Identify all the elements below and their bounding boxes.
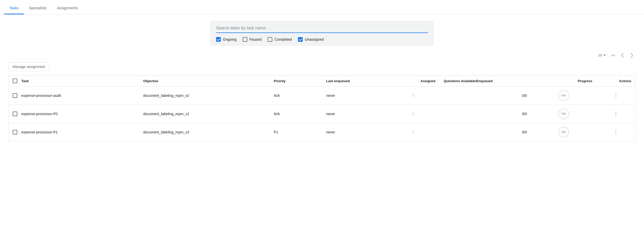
table-header-row: Task Objective Priority Last enqueued As… <box>9 75 636 87</box>
cell-task-1: expense-processor-P0 <box>9 105 139 123</box>
filter-unassigned-label: Unassigned <box>305 37 324 41</box>
task-name-2: expense-processor-P1 <box>21 130 58 134</box>
tabs-bar: Tasks Specialists Assignments <box>0 0 644 14</box>
filter-completed[interactable]: Completed <box>268 37 292 42</box>
per-page-value: 20 <box>598 53 602 57</box>
tab-specialists[interactable]: Specialists <box>24 2 52 14</box>
cell-questions-2: 0/0 <box>440 123 531 141</box>
first-page-button[interactable]: ⏮ <box>609 51 617 59</box>
cell-task-2: expense-processor-P1 <box>9 123 139 141</box>
filter-completed-label: Completed <box>274 37 292 41</box>
row-actions-button-2[interactable]: ⋮ <box>612 128 620 136</box>
cell-actions-1: ⋮ <box>596 105 635 123</box>
table-row: expense-processor-P1 document_labeling_m… <box>9 123 636 141</box>
progress-value-0: 0% <box>562 94 566 97</box>
assigned-value-1: 0 <box>412 112 414 116</box>
prev-page-icon: ❮ <box>621 52 624 58</box>
checkbox-paused[interactable] <box>243 37 247 42</box>
cell-questions-0: 0/0 <box>440 87 531 105</box>
pagination-controls: ⏮ ❮ ❯ <box>609 51 636 59</box>
cell-objective-1: document_labeling_mpm_v2 <box>139 105 270 123</box>
filter-paused-label: Paused <box>249 37 261 41</box>
cell-enqueued-0: never <box>322 87 387 105</box>
table-row: expense-processor-audit document_labelin… <box>9 87 636 105</box>
cell-progress-2: 0% <box>531 123 597 141</box>
cell-assigned-2: 0 <box>387 123 440 141</box>
table-row: expense-processor-P0 document_labeling_m… <box>9 105 636 123</box>
th-priority: Priority <box>270 75 322 87</box>
prev-page-button[interactable]: ❮ <box>618 51 626 59</box>
cell-enqueued-2: never <box>322 123 387 141</box>
progress-circle-1: 0% <box>558 108 569 119</box>
cell-objective-0: document_labeling_mpm_v2 <box>139 87 270 105</box>
cell-priority-0: N/A <box>270 87 322 105</box>
tab-assignments[interactable]: Assignments <box>52 2 83 14</box>
th-actions: Actions <box>596 75 635 87</box>
search-input[interactable] <box>216 25 428 33</box>
cell-actions-0: ⋮ <box>596 87 635 105</box>
first-page-icon: ⏮ <box>611 53 615 58</box>
manage-assignment-button[interactable]: Manage assignment <box>8 62 49 71</box>
main-content: Ongoing Paused Completed Unassigned 20 ▼ <box>0 14 644 148</box>
filter-unassigned[interactable]: Unassigned <box>298 37 324 42</box>
cell-assigned-0: 0 <box>387 87 440 105</box>
row-checkbox-2[interactable] <box>13 130 17 134</box>
assigned-value-2: 0 <box>412 130 414 134</box>
next-page-button[interactable]: ❯ <box>628 51 636 59</box>
th-task-label: Task <box>21 79 29 83</box>
select-all-checkbox[interactable] <box>13 79 17 83</box>
cell-priority-1: N/A <box>270 105 322 123</box>
tasks-table: Task Objective Priority Last enqueued As… <box>8 75 636 141</box>
row-checkbox-1[interactable] <box>13 112 17 116</box>
per-page-selector[interactable]: 20 ▼ <box>598 53 606 57</box>
checkbox-unassigned[interactable] <box>298 37 303 42</box>
next-page-icon: ❯ <box>630 52 634 58</box>
search-section: Ongoing Paused Completed Unassigned <box>210 21 434 46</box>
row-actions-button-1[interactable]: ⋮ <box>612 110 620 118</box>
filter-ongoing[interactable]: Ongoing <box>216 37 236 42</box>
task-name-0: expense-processor-audit <box>21 94 61 98</box>
cell-questions-1: 0/0 <box>440 105 531 123</box>
th-last-enqueued: Last enqueued <box>322 75 387 87</box>
checkbox-completed[interactable] <box>268 37 272 42</box>
cell-progress-1: 0% <box>531 105 597 123</box>
th-task: Task <box>9 75 139 87</box>
filter-paused[interactable]: Paused <box>243 37 261 42</box>
cell-enqueued-1: never <box>322 105 387 123</box>
th-assigned: Assigned <box>387 75 440 87</box>
per-page-dropdown-icon: ▼ <box>603 54 606 57</box>
cell-progress-0: 0% <box>531 87 597 105</box>
progress-circle-2: 0% <box>558 127 569 138</box>
progress-circle-0: 0% <box>558 90 569 101</box>
checkbox-ongoing[interactable] <box>216 37 221 42</box>
pagination-row: 20 ▼ ⏮ ❮ ❯ <box>8 51 636 59</box>
cell-objective-2: document_labeling_mpm_v2 <box>139 123 270 141</box>
task-name-1: expense-processor-P0 <box>21 112 58 116</box>
progress-value-2: 0% <box>562 130 566 134</box>
progress-value-1: 0% <box>562 112 566 116</box>
cell-task-0: expense-processor-audit <box>9 87 139 105</box>
assigned-value-0: 0 <box>412 94 414 98</box>
search-input-wrapper <box>216 25 428 33</box>
cell-actions-2: ⋮ <box>596 123 635 141</box>
cell-assigned-1: 0 <box>387 105 440 123</box>
th-objective: Objective <box>139 75 270 87</box>
th-progress: Progress <box>531 75 597 87</box>
filter-ongoing-label: Ongoing <box>223 37 236 41</box>
cell-priority-2: P1 <box>270 123 322 141</box>
tab-tasks[interactable]: Tasks <box>4 2 24 14</box>
th-questions: Questions Available/Enqueued <box>440 75 531 87</box>
row-actions-button-0[interactable]: ⋮ <box>612 91 620 100</box>
row-checkbox-0[interactable] <box>13 93 17 98</box>
filters-row: Ongoing Paused Completed Unassigned <box>216 37 428 42</box>
